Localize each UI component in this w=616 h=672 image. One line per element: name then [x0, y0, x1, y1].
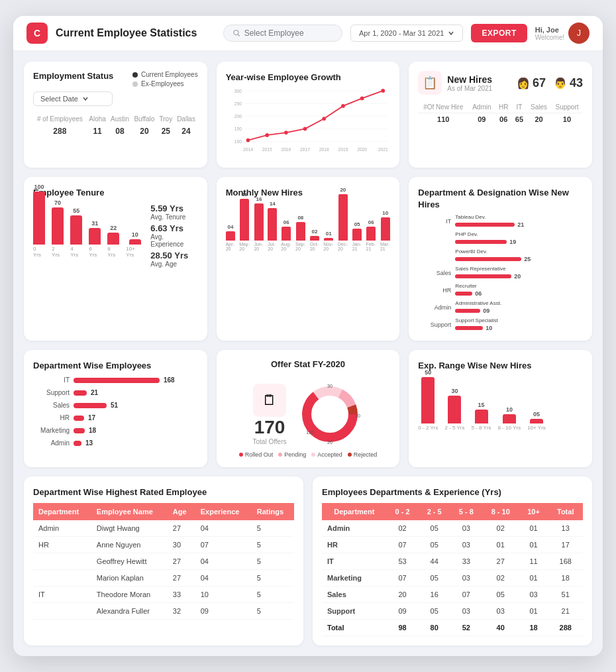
- svg-text:2014: 2014: [243, 147, 253, 152]
- svg-point-15: [303, 127, 307, 131]
- monthly-bar-aug20: 06 Aug-20: [281, 219, 291, 251]
- dept-new-hires-title: Department & Designation Wise New Hires: [418, 188, 568, 209]
- svg-text:2020: 2020: [357, 147, 367, 152]
- monthly-new-hires-card: Monthly New Hires 04 Apr-20 18 May-20 16: [217, 177, 400, 341]
- hbar-admin: Admin 13: [33, 439, 198, 447]
- avatar: J: [568, 23, 590, 44]
- male-count: 👨 43: [554, 76, 583, 90]
- tenure-bar-8: 22 8 Yrs: [107, 225, 119, 258]
- dept-employees-title: Department Wise Employees: [33, 361, 151, 370]
- tenure-stats: 5.59 Yrs Avg. Tenure 6.63 Yrs Avg. Exper…: [150, 203, 197, 268]
- rated-col-exp: Experience: [195, 503, 252, 520]
- exp-col-10plus: 10+: [519, 503, 548, 520]
- legend-rejected: Rejected: [348, 451, 378, 458]
- col-aloha: Aloha: [87, 113, 109, 125]
- search-bar[interactable]: [223, 25, 342, 42]
- col-dallas: Dallas: [174, 113, 197, 125]
- main-content: Employment Status Current Employees Ex-E…: [13, 51, 603, 656]
- row-4: Department Wise Highest Rated Employee D…: [24, 476, 592, 645]
- svg-text:2017: 2017: [300, 147, 310, 152]
- exp-bar-02: 50 0 - 2 Yrs: [418, 369, 438, 431]
- svg-text:110: 110: [307, 430, 315, 435]
- dept-employees-card: Department Wise Employees IT 168 Support…: [24, 350, 207, 467]
- date-range-button[interactable]: Apr 1, 2020 - Mar 31 2021: [350, 25, 463, 42]
- highest-rated-title: Department Wise Highest Rated Employee: [33, 487, 207, 497]
- donut-svg: 30 10 110 20: [297, 381, 363, 447]
- rated-col-name: Employee Name: [91, 503, 168, 520]
- emp-stats-table: # of Employees Aloha Austin Buffalo Troy…: [33, 113, 198, 137]
- nh-col-sales: Sales: [527, 101, 551, 113]
- svg-text:30: 30: [328, 384, 333, 388]
- col-austin: Austin: [108, 113, 131, 125]
- table-row: Marion Kaplan 27 04 5: [33, 570, 294, 587]
- select-date-dropdown[interactable]: Select Date: [33, 91, 113, 106]
- hbar-sales: Sales 51: [33, 402, 198, 409]
- col-buffalo: Buffalo: [132, 113, 158, 125]
- table-row-total: Total 98 80 52 40 18 288: [322, 620, 583, 636]
- table-row: Alexandra Fuller 32 09 5: [33, 603, 294, 620]
- rated-col-dept: Department: [33, 503, 91, 520]
- tenure-bar-4: 55 4 Yrs: [70, 207, 82, 258]
- table-row: Geoffrey Hewitt 27 04 5: [33, 553, 294, 570]
- dept-row-admin: Admin Administrative Asst. 09: [418, 300, 583, 314]
- val-dallas: 24: [174, 125, 197, 137]
- logo-icon: C: [26, 23, 48, 44]
- offer-stat-card: Offer Stat FY-2020 🗒 170 Total Offers: [217, 350, 400, 467]
- legend-dot-current: [132, 72, 138, 78]
- svg-text:20: 20: [328, 440, 333, 445]
- header: C Current Employee Statistics Apr 1, 202…: [13, 16, 603, 51]
- dept-row-it-powerbi: PowerBI Dev. 25: [418, 249, 583, 262]
- offer-label: Total Offers: [253, 438, 287, 445]
- nh-col-total: #Of New Hire: [418, 101, 468, 113]
- svg-point-17: [341, 104, 345, 108]
- search-icon: [233, 29, 240, 37]
- dept-row-it-php: PHP Dev. 19: [418, 231, 583, 245]
- svg-point-13: [265, 133, 269, 137]
- tenure-bars: 100 0 Yrs 70 2 Yrs 55 4 Yrs: [33, 205, 144, 258]
- horiz-bars: IT 168 Support 21 Sales 51: [33, 376, 198, 447]
- svg-text:250: 250: [234, 101, 241, 106]
- new-hires-subtitle: As of Mar 2021: [447, 85, 492, 92]
- dept-experience-title: Employees Departments & Experience (Yrs): [322, 487, 501, 497]
- svg-point-18: [360, 97, 364, 101]
- exp-bars: 50 0 - 2 Yrs 30 2 - 5 Yrs 15 5 - 8 Yrs: [418, 378, 583, 431]
- new-hires-title: New Hires: [447, 74, 492, 85]
- new-hires-icon: 📋: [418, 71, 442, 95]
- nh-col-admin: Admin: [468, 101, 495, 113]
- svg-point-0: [234, 30, 238, 35]
- nh-col-support: Support: [551, 101, 583, 113]
- search-input[interactable]: [244, 28, 333, 38]
- donut-chart: 30 10 110 20: [297, 381, 363, 447]
- monthly-bar-sep20: 08 Sep-20: [295, 215, 306, 251]
- exp-col-810: 8 - 10: [482, 503, 519, 520]
- exp-col-02: 0 - 2: [387, 503, 419, 520]
- table-row: Sales 20 16 07 05 03 51: [322, 587, 583, 603]
- svg-text:10: 10: [356, 414, 361, 418]
- legend-accepted: Accepted: [311, 451, 342, 458]
- employment-status-title: Employment Status: [33, 71, 113, 81]
- svg-text:2018: 2018: [319, 147, 329, 152]
- highest-rated-card: Department Wise Highest Rated Employee D…: [24, 476, 303, 645]
- export-button[interactable]: EXPORT: [471, 24, 527, 42]
- monthly-bar-feb21: 06 Feb-21: [366, 219, 376, 251]
- legend-item-current: Current Employees: [132, 71, 198, 78]
- monthly-bar-mar21: 10 Mar-21: [380, 210, 390, 251]
- growth-chart: 300 250 200 150 100: [226, 83, 391, 156]
- female-count-value: 67: [533, 76, 546, 90]
- nh-val-support: 10: [551, 113, 583, 126]
- legend-pending: Pending: [278, 451, 306, 458]
- avg-tenure-stat: 5.59 Yrs Avg. Tenure: [150, 203, 197, 221]
- monthly-bar-may20: 18 May-20: [239, 192, 250, 251]
- svg-line-1: [238, 34, 240, 36]
- new-hires-table: #Of New Hire Admin HR IT Sales Support 1…: [418, 101, 583, 125]
- exp-range-card: Exp. Range Wise New Hires 50 0 - 2 Yrs 3…: [409, 350, 592, 467]
- row-3: Department Wise Employees IT 168 Support…: [24, 350, 592, 467]
- new-hires-header: 📋 New Hires As of Mar 2021 👩 67 👨 43: [418, 71, 583, 95]
- legend-item-ex: Ex-Employees: [132, 80, 198, 87]
- user-greeting: Hi, Joe: [535, 26, 564, 34]
- emp-status-legend: Current Employees Ex-Employees: [132, 71, 198, 87]
- row-1: Employment Status Current Employees Ex-E…: [24, 62, 592, 168]
- dept-row-sales: Sales Sales Representative 20: [418, 266, 583, 280]
- table-row: IT 53 44 33 27 11 168: [322, 553, 583, 570]
- table-row: Admin Diwgt Hwang 27 04 5: [33, 520, 294, 537]
